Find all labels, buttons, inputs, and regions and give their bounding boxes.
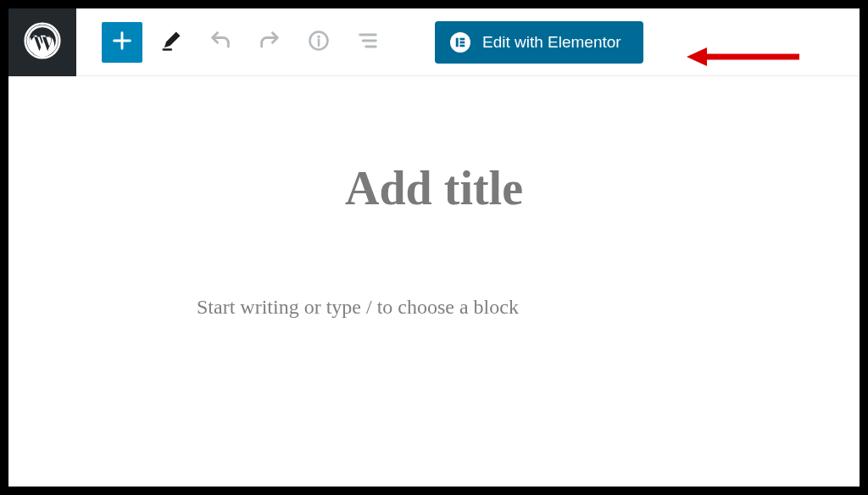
wordpress-icon: [24, 22, 61, 63]
add-block-button[interactable]: [102, 22, 142, 63]
undo-icon: [209, 29, 232, 56]
svg-rect-5: [459, 41, 465, 43]
info-button[interactable]: [298, 22, 339, 63]
redo-icon: [258, 29, 281, 56]
post-title-input[interactable]: [180, 161, 688, 215]
redo-button[interactable]: [249, 22, 290, 63]
wordpress-logo-button[interactable]: [8, 8, 76, 76]
edit-mode-button[interactable]: [151, 22, 192, 63]
undo-button[interactable]: [200, 22, 241, 63]
annotation-arrow: [685, 44, 804, 73]
svg-rect-3: [456, 37, 459, 47]
toolbar-buttons: [76, 22, 388, 63]
outline-button[interactable]: [348, 22, 388, 63]
elementor-button-label: Edit with Elementor: [482, 33, 621, 52]
edit-with-elementor-button[interactable]: Edit with Elementor: [435, 21, 643, 64]
elementor-icon: [450, 32, 470, 53]
svg-marker-8: [687, 47, 707, 66]
plus-icon: [110, 29, 134, 56]
outline-icon: [356, 29, 380, 56]
editor-canvas: [8, 76, 860, 319]
post-body-input[interactable]: [197, 296, 671, 319]
svg-rect-6: [459, 44, 465, 47]
svg-point-2: [317, 35, 320, 37]
info-icon: [307, 29, 331, 56]
editor-frame: Edit with Elementor: [0, 0, 868, 495]
pencil-icon: [159, 29, 183, 56]
svg-rect-4: [459, 37, 465, 40]
